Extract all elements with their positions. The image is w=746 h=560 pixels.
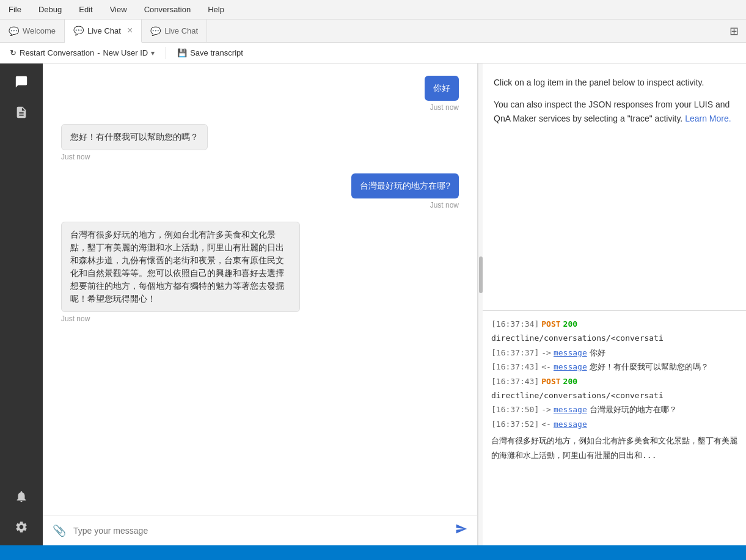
save-transcript-button[interactable]: 💾 Save transcript bbox=[174, 46, 247, 59]
log-status[interactable]: 200 bbox=[563, 317, 577, 331]
log-time: [16:37:43] bbox=[491, 374, 539, 388]
log-direction: <- bbox=[541, 360, 551, 374]
log-direction: <- bbox=[541, 417, 551, 431]
message-bubble-user: 台灣最好玩的地方在哪? bbox=[351, 173, 459, 198]
tab-livechat1-label: Live Chat bbox=[87, 26, 121, 35]
chat-scrollbar[interactable] bbox=[478, 64, 483, 545]
log-entry: [16:37:43] POST 200 bbox=[491, 374, 737, 388]
log-type[interactable]: message bbox=[554, 360, 587, 374]
inspector-panel: Click on a log item in the panel below t… bbox=[483, 64, 746, 545]
tab-welcome[interactable]: 💬 Welcome bbox=[0, 20, 65, 42]
main-content: 你好 Just now 您好！有什麼我可以幫助您的嗎？ Just now 台灣最… bbox=[0, 64, 746, 545]
message-row: 台灣有很多好玩的地方，例如台北有許多美食和文化景點，墾丁有美麗的海灘和水上活動，… bbox=[61, 222, 459, 323]
log-type[interactable]: message bbox=[554, 402, 587, 416]
separator-dash: - bbox=[97, 48, 100, 57]
tab-livechat1-close[interactable]: × bbox=[127, 25, 133, 36]
sidebar-bell-button[interactable] bbox=[9, 484, 34, 509]
status-bar bbox=[0, 545, 746, 560]
tab-welcome-label: Welcome bbox=[23, 26, 56, 35]
log-entry: [16:37:52] <- message 台灣有很多好玩的地方，例如台北有許多… bbox=[491, 417, 737, 462]
save-icon: 💾 bbox=[177, 48, 187, 57]
log-type[interactable]: message bbox=[554, 417, 587, 431]
send-button[interactable] bbox=[453, 520, 470, 540]
restart-label: Restart Conversation bbox=[20, 48, 94, 57]
menu-view[interactable]: View bbox=[106, 2, 131, 16]
log-entry: [16:37:50] -> message 台灣最好玩的地方在哪？ bbox=[491, 402, 737, 416]
log-text: 你好 bbox=[590, 346, 605, 360]
log-method[interactable]: POST bbox=[541, 374, 560, 388]
message-time: Just now bbox=[430, 103, 459, 112]
chat-input-area: 📎 bbox=[43, 515, 477, 545]
tab-bar: 💬 Welcome 💬 Live Chat × 💬 Live Chat ⊞ bbox=[0, 20, 746, 43]
tab-livechat2-label: Live Chat bbox=[164, 26, 198, 35]
tab-livechat2-icon: 💬 bbox=[150, 26, 161, 36]
message-time: Just now bbox=[430, 201, 459, 209]
save-label: Save transcript bbox=[190, 48, 243, 57]
menu-conversation[interactable]: Conversation bbox=[141, 2, 195, 16]
log-time: [16:37:34] bbox=[491, 317, 539, 331]
tab-livechat1[interactable]: 💬 Live Chat × bbox=[65, 20, 142, 43]
inspector-text2: You can also inspect the JSON responses … bbox=[494, 98, 735, 125]
log-entry: [16:37:34] POST 200 bbox=[491, 317, 737, 331]
menu-bar: File Debug Edit View Conversation Help bbox=[0, 0, 746, 20]
log-status[interactable]: 200 bbox=[563, 374, 577, 388]
chat-scrollbar-thumb[interactable] bbox=[479, 256, 483, 293]
log-direction: -> bbox=[541, 346, 551, 360]
sidebar-chat-button[interactable] bbox=[9, 70, 34, 94]
message-input[interactable] bbox=[73, 526, 448, 536]
message-time: Just now bbox=[61, 153, 90, 161]
log-type[interactable]: message bbox=[554, 346, 587, 360]
toolbar: ↻ Restart Conversation - New User ID ▾ 💾… bbox=[0, 43, 746, 64]
menu-edit[interactable]: Edit bbox=[75, 2, 96, 16]
learn-more-link[interactable]: Learn More. bbox=[685, 114, 731, 123]
tab-livechat2[interactable]: 💬 Live Chat bbox=[142, 20, 207, 42]
layout-toggle-button[interactable]: ⊞ bbox=[722, 20, 746, 42]
menu-debug[interactable]: Debug bbox=[35, 2, 65, 16]
log-method[interactable]: POST bbox=[541, 317, 560, 331]
chat-wrapper: 你好 Just now 您好！有什麼我可以幫助您的嗎？ Just now 台灣最… bbox=[43, 64, 746, 545]
log-time: [16:37:50] bbox=[491, 402, 539, 416]
left-sidebar bbox=[0, 64, 43, 545]
log-time: [16:37:52] bbox=[491, 417, 539, 431]
message-bubble-bot: 台灣有很多好玩的地方，例如台北有許多美食和文化景點，墾丁有美麗的海灘和水上活動，… bbox=[61, 222, 300, 312]
log-entry: directline/conversations/<conversati bbox=[491, 388, 737, 402]
log-url: directline/conversations/<conversati bbox=[491, 331, 664, 345]
restart-conversation-button[interactable]: ↻ Restart Conversation - New User ID ▾ bbox=[6, 46, 158, 59]
log-entry: [16:37:43] <- message 您好！有什麼我可以幫助您的嗎？ bbox=[491, 360, 737, 374]
tab-livechat1-icon: 💬 bbox=[73, 26, 84, 35]
message-time: Just now bbox=[61, 315, 90, 323]
log-url: directline/conversations/<conversati bbox=[491, 388, 664, 402]
log-text: 台灣最好玩的地方在哪？ bbox=[590, 402, 677, 416]
inspector-text1: Click on a log item in the panel below t… bbox=[494, 76, 735, 89]
dropdown-arrow[interactable]: ▾ bbox=[151, 49, 155, 57]
log-time: [16:37:43] bbox=[491, 360, 539, 374]
message-row: 您好！有什麼我可以幫助您的嗎？ Just now bbox=[61, 124, 459, 161]
message-row: 台灣最好玩的地方在哪? Just now bbox=[61, 173, 459, 209]
chat-panel: 你好 Just now 您好！有什麼我可以幫助您的嗎？ Just now 台灣最… bbox=[43, 64, 478, 545]
sidebar-document-button[interactable] bbox=[9, 100, 34, 125]
message-bubble-bot: 您好！有什麼我可以幫助您的嗎？ bbox=[61, 124, 208, 150]
log-time: [16:37:37] bbox=[491, 346, 539, 360]
message-bubble-user: 你好 bbox=[425, 76, 459, 101]
sidebar-settings-button[interactable] bbox=[9, 515, 34, 539]
log-entry: [16:37:37] -> message 你好 bbox=[491, 346, 737, 360]
log-entry: directline/conversations/<conversati bbox=[491, 331, 737, 345]
attach-button[interactable]: 📎 bbox=[50, 522, 68, 540]
message-row: 你好 Just now bbox=[61, 76, 459, 112]
newuser-label: New User ID bbox=[103, 48, 148, 57]
restart-icon: ↻ bbox=[10, 48, 16, 57]
log-text: 台灣有很多好玩的地方，例如台北有許多美食和文化景點，墾丁有美麗的海灘和水上活動，… bbox=[491, 434, 737, 462]
tab-welcome-icon: 💬 bbox=[9, 26, 19, 36]
inspector-log: [16:37:34] POST 200 directline/conversat… bbox=[483, 311, 746, 545]
inspector-top: Click on a log item in the panel below t… bbox=[483, 64, 746, 311]
chat-messages: 你好 Just now 您好！有什麼我可以幫助您的嗎？ Just now 台灣最… bbox=[43, 64, 477, 515]
menu-help[interactable]: Help bbox=[204, 2, 228, 16]
log-direction: -> bbox=[541, 402, 551, 416]
log-text: 您好！有什麼我可以幫助您的嗎？ bbox=[590, 360, 709, 374]
menu-file[interactable]: File bbox=[5, 2, 25, 16]
toolbar-divider bbox=[166, 47, 166, 59]
